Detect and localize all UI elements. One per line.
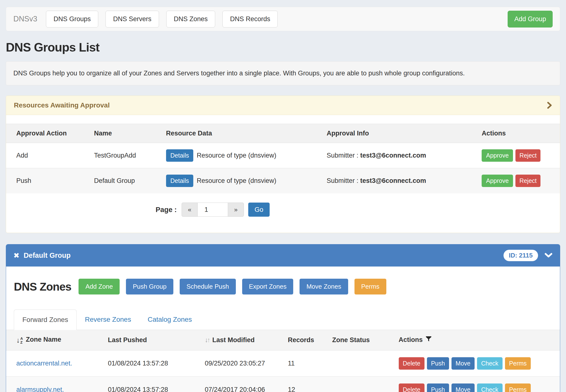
col-last-modified: Last Modified xyxy=(212,336,255,344)
submitter-email: test3@6connect.com xyxy=(360,152,426,159)
zone-status-value xyxy=(327,350,394,377)
col-last-pushed: Last Pushed xyxy=(103,330,200,350)
approve-button[interactable]: Approve xyxy=(482,149,513,162)
dns-zones-toolbar: DNS Zones Add Zone Push Group Schedule P… xyxy=(6,266,560,294)
col-actions: Actions xyxy=(477,124,560,143)
schedule-push-button[interactable]: Schedule Push xyxy=(180,279,236,294)
approve-button[interactable]: Approve xyxy=(482,175,513,187)
chevron-right-icon[interactable] xyxy=(547,101,552,109)
records-count: 11 xyxy=(283,350,327,377)
zones-table: ↓AZZone Name Last Pushed ↓↑Last Modified… xyxy=(6,330,560,392)
group-id-badge: ID: 2115 xyxy=(504,250,538,261)
approval-panel: Resources Awaiting Approval Approval Act… xyxy=(6,96,560,233)
last-modified-value: 09/25/2020 23:05:27 xyxy=(200,350,283,377)
submitter-label: Submitter : xyxy=(327,152,358,159)
approval-panel-header[interactable]: Resources Awaiting Approval xyxy=(6,96,560,115)
move-zone-button[interactable]: Move xyxy=(452,357,475,370)
resource-description: Resource of type (dnsview) xyxy=(197,177,276,184)
approval-panel-title: Resources Awaiting Approval xyxy=(14,101,110,109)
group-title: Default Group xyxy=(24,252,70,259)
delete-zone-button[interactable]: Delete xyxy=(399,383,425,392)
approval-row: Push Default Group DetailsResource of ty… xyxy=(6,168,560,194)
move-zone-button[interactable]: Move xyxy=(452,383,475,392)
page-number-input[interactable] xyxy=(198,203,228,217)
zone-perms-button[interactable]: Perms xyxy=(505,383,531,392)
approval-name: Default Group xyxy=(89,168,161,194)
sort-icon[interactable]: ↓↑ xyxy=(205,336,210,344)
details-button[interactable]: Details xyxy=(166,175,193,187)
approval-table: Approval Action Name Resource Data Appro… xyxy=(6,124,560,193)
zone-perms-button[interactable]: Perms xyxy=(505,357,531,370)
page-label: Page : xyxy=(156,206,177,214)
export-zones-button[interactable]: Export Zones xyxy=(242,279,293,294)
col-approval-info: Approval Info xyxy=(322,124,477,143)
move-zones-button[interactable]: Move Zones xyxy=(300,279,348,294)
page-stepper: «» xyxy=(182,203,244,217)
records-count: 12 xyxy=(283,377,327,392)
zone-link[interactable]: actioncarrental.net. xyxy=(16,360,72,367)
app-brand: DNSv3 xyxy=(13,14,37,23)
nav-dns-groups[interactable]: DNS Groups xyxy=(46,11,98,28)
approval-action: Push xyxy=(6,168,89,194)
page-title: DNS Groups List xyxy=(6,40,560,55)
chevron-down-icon[interactable] xyxy=(544,253,553,258)
top-navbar: DNSv3 DNS Groups DNS Servers DNS Zones D… xyxy=(6,7,560,31)
approval-row: Add TestGroupAdd DetailsResource of type… xyxy=(6,143,560,168)
tab-reverse-zones[interactable]: Reverse Zones xyxy=(77,309,139,330)
col-approval-action: Approval Action xyxy=(6,124,89,143)
details-button[interactable]: Details xyxy=(166,149,193,162)
push-group-button[interactable]: Push Group xyxy=(126,279,173,294)
group-panel-header: ✖ Default Group ID: 2115 xyxy=(6,244,560,266)
zone-link[interactable]: alarmsupply.net. xyxy=(16,386,64,392)
zone-row: alarmsupply.net. 01/08/2024 13:57:28 07/… xyxy=(6,377,560,392)
close-icon[interactable]: ✖ xyxy=(13,251,19,260)
submitter-label: Submitter : xyxy=(327,177,358,184)
reject-button[interactable]: Reject xyxy=(515,175,540,187)
page: DNSv3 DNS Groups DNS Servers DNS Zones D… xyxy=(0,7,566,392)
approval-table-header-row: Approval Action Name Resource Data Appro… xyxy=(6,124,560,143)
submitter-email: test3@6connect.com xyxy=(360,177,426,184)
check-zone-button[interactable]: Check xyxy=(477,383,503,392)
zone-status-value xyxy=(327,377,394,392)
col-name: Name xyxy=(89,124,161,143)
tab-forward-zones[interactable]: Forward Zones xyxy=(14,309,77,330)
resource-description: Resource of type (dnsview) xyxy=(197,152,276,159)
col-row-actions: Actions xyxy=(399,336,423,343)
sort-alpha-down-icon[interactable]: ↓AZ xyxy=(16,336,23,344)
nav-dns-zones[interactable]: DNS Zones xyxy=(166,11,215,28)
tab-catalog-zones[interactable]: Catalog Zones xyxy=(139,309,200,330)
col-zone-name: Zone Name xyxy=(26,336,61,343)
col-resource-data: Resource Data xyxy=(161,124,322,143)
col-zone-status: Zone Status xyxy=(327,330,394,350)
add-group-button[interactable]: Add Group xyxy=(508,11,553,28)
add-zone-button[interactable]: Add Zone xyxy=(79,279,120,294)
last-pushed-value: 01/08/2024 13:57:28 xyxy=(103,350,200,377)
nav-dns-records[interactable]: DNS Records xyxy=(222,11,278,28)
last-modified-value: 07/24/2017 20:04:06 xyxy=(200,377,283,392)
approval-name: TestGroupAdd xyxy=(89,143,161,168)
pagination: Page : «» Go xyxy=(6,203,560,233)
filter-icon[interactable] xyxy=(426,336,431,344)
approval-action: Add xyxy=(6,143,89,168)
last-pushed-value: 01/08/2024 13:57:28 xyxy=(103,377,200,392)
zones-tabs: Forward Zones Reverse Zones Catalog Zone… xyxy=(6,309,560,330)
group-panel: ✖ Default Group ID: 2115 DNS Zones Add Z… xyxy=(6,244,560,392)
next-page-button[interactable]: » xyxy=(228,203,244,217)
approval-panel-body: Approval Action Name Resource Data Appro… xyxy=(6,115,560,233)
group-perms-button[interactable]: Perms xyxy=(355,279,386,294)
push-zone-button[interactable]: Push xyxy=(427,357,449,370)
col-records: Records xyxy=(283,330,327,350)
reject-button[interactable]: Reject xyxy=(515,149,540,162)
nav-dns-servers[interactable]: DNS Servers xyxy=(106,11,159,28)
push-zone-button[interactable]: Push xyxy=(427,383,449,392)
zones-table-header-row: ↓AZZone Name Last Pushed ↓↑Last Modified… xyxy=(6,330,560,350)
delete-zone-button[interactable]: Delete xyxy=(399,357,425,370)
dns-zones-heading: DNS Zones xyxy=(14,280,71,293)
prev-page-button[interactable]: « xyxy=(182,203,198,217)
check-zone-button[interactable]: Check xyxy=(477,357,503,370)
page-description: DNS Groups help you to organize all of y… xyxy=(6,61,560,85)
zone-row: actioncarrental.net. 01/08/2024 13:57:28… xyxy=(6,350,560,377)
group-panel-body: DNS Zones Add Zone Push Group Schedule P… xyxy=(6,266,560,392)
go-button[interactable]: Go xyxy=(248,203,270,217)
